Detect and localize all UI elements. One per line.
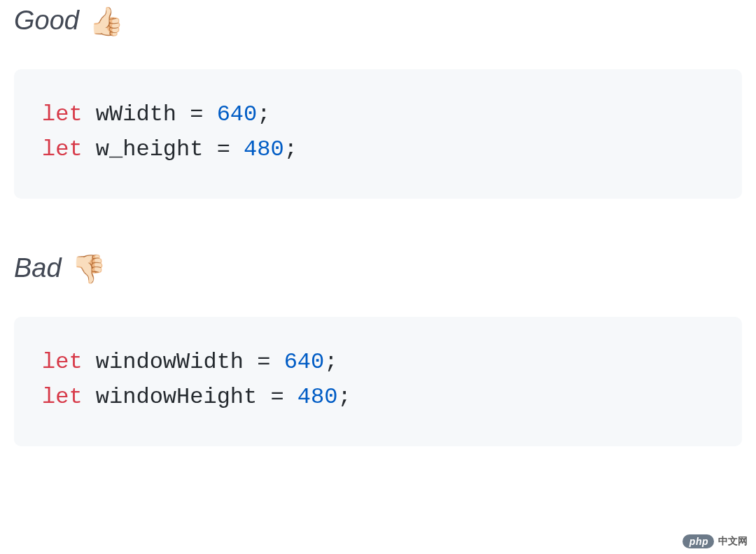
thumbs-up-icon: 👍🏻 (89, 7, 124, 35)
code-line: let windowHeight = 480; (42, 380, 714, 415)
punct-token: ; (257, 101, 270, 127)
thumbs-down-icon: 👎🏻 (71, 255, 106, 283)
space-token (203, 101, 216, 127)
number-token: 480 (298, 384, 338, 410)
operator-token: = (190, 101, 203, 127)
good-code-block: let wWidth = 640; let w_height = 480; (14, 69, 742, 199)
number-token: 480 (244, 136, 284, 162)
bad-heading-text: Bad (14, 253, 62, 283)
operator-token: = (217, 136, 230, 162)
space-token (270, 349, 284, 375)
keyword-token: let (42, 101, 83, 127)
watermark-badge: php (682, 534, 714, 548)
punct-token: ; (337, 384, 351, 410)
keyword-token: let (42, 384, 83, 410)
keyword-token: let (42, 349, 83, 375)
punct-token: ; (284, 136, 298, 162)
code-line: let wWidth = 640; (42, 97, 714, 132)
code-line: let w_height = 480; (42, 132, 714, 167)
bad-code-block: let windowWidth = 640; let windowHeight … (14, 317, 742, 446)
space-token (284, 384, 298, 410)
good-heading: Good 👍🏻 (14, 6, 742, 36)
good-heading-text: Good (14, 6, 79, 36)
keyword-token: let (42, 136, 83, 162)
document-root: Good 👍🏻 let wWidth = 640; let w_height =… (0, 0, 756, 446)
identifier-token: w_height (83, 136, 217, 162)
space-token (230, 136, 244, 162)
watermark: php 中文网 (682, 534, 748, 548)
punct-token: ; (324, 349, 337, 375)
identifier-token: wWidth (83, 101, 190, 127)
number-token: 640 (217, 101, 258, 127)
operator-token: = (270, 384, 284, 410)
watermark-text: 中文网 (718, 535, 748, 548)
identifier-token: windowWidth (83, 349, 258, 375)
operator-token: = (257, 349, 270, 375)
code-line: let windowWidth = 640; (42, 345, 714, 380)
number-token: 640 (284, 349, 325, 375)
identifier-token: windowHeight (83, 384, 271, 410)
bad-heading: Bad 👎🏻 (14, 253, 742, 283)
